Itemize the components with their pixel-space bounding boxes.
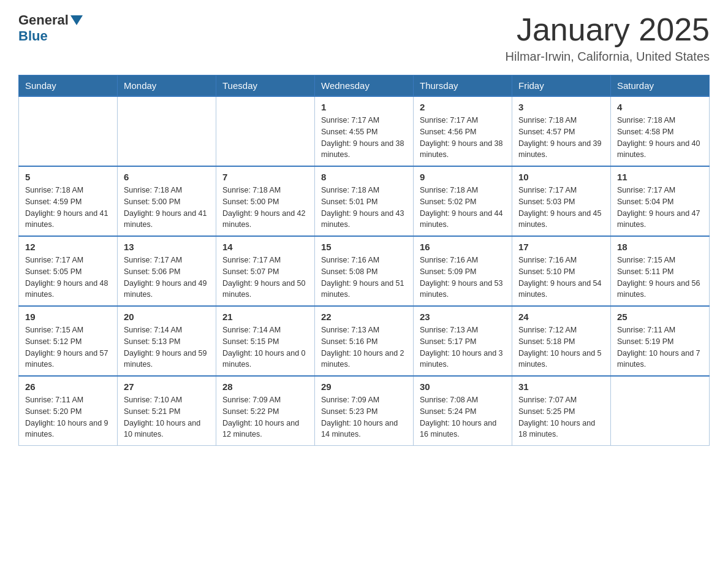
calendar-day-cell [611, 376, 710, 446]
day-number: 31 [518, 381, 604, 392]
day-number: 9 [420, 172, 506, 182]
calendar-day-cell: 27Sunrise: 7:10 AM Sunset: 5:21 PM Dayli… [118, 376, 216, 446]
day-info: Sunrise: 7:18 AM Sunset: 5:00 PM Dayligh… [124, 185, 210, 231]
day-number: 29 [321, 381, 407, 392]
logo-blue: Blue [18, 28, 48, 44]
calendar-day-cell: 13Sunrise: 7:17 AM Sunset: 5:06 PM Dayli… [118, 236, 216, 306]
day-number: 1 [321, 102, 407, 112]
calendar-day-cell: 26Sunrise: 7:11 AM Sunset: 5:20 PM Dayli… [19, 376, 118, 446]
calendar-day-cell: 16Sunrise: 7:16 AM Sunset: 5:09 PM Dayli… [414, 236, 512, 306]
calendar-day-cell: 24Sunrise: 7:12 AM Sunset: 5:18 PM Dayli… [512, 306, 611, 376]
day-info: Sunrise: 7:11 AM Sunset: 5:20 PM Dayligh… [25, 394, 111, 440]
day-number: 2 [420, 102, 506, 112]
calendar-day-cell: 9Sunrise: 7:18 AM Sunset: 5:02 PM Daylig… [414, 166, 512, 236]
calendar-header-row: SundayMondayTuesdayWednesdayThursdayFrid… [19, 75, 710, 97]
calendar-week-row: 26Sunrise: 7:11 AM Sunset: 5:20 PM Dayli… [19, 376, 710, 446]
calendar-day-cell: 1Sunrise: 7:17 AM Sunset: 4:55 PM Daylig… [315, 96, 414, 166]
day-info: Sunrise: 7:15 AM Sunset: 5:11 PM Dayligh… [617, 255, 703, 301]
day-info: Sunrise: 7:17 AM Sunset: 5:06 PM Dayligh… [124, 255, 210, 301]
calendar-day-cell: 15Sunrise: 7:16 AM Sunset: 5:08 PM Dayli… [315, 236, 414, 306]
day-info: Sunrise: 7:17 AM Sunset: 5:07 PM Dayligh… [222, 255, 308, 301]
calendar-body: 1Sunrise: 7:17 AM Sunset: 4:55 PM Daylig… [19, 96, 710, 446]
day-info: Sunrise: 7:14 AM Sunset: 5:15 PM Dayligh… [222, 324, 308, 370]
day-info: Sunrise: 7:16 AM Sunset: 5:09 PM Dayligh… [420, 255, 506, 301]
day-info: Sunrise: 7:09 AM Sunset: 5:23 PM Dayligh… [321, 394, 407, 440]
day-info: Sunrise: 7:17 AM Sunset: 4:55 PM Dayligh… [321, 115, 407, 161]
day-number: 3 [518, 102, 604, 112]
logo: General Blue [18, 12, 85, 44]
calendar-day-header: Saturday [611, 75, 710, 97]
day-info: Sunrise: 7:11 AM Sunset: 5:19 PM Dayligh… [617, 324, 703, 370]
day-info: Sunrise: 7:13 AM Sunset: 5:17 PM Dayligh… [420, 324, 506, 370]
day-number: 18 [617, 242, 703, 252]
calendar-day-cell: 19Sunrise: 7:15 AM Sunset: 5:12 PM Dayli… [19, 306, 118, 376]
day-number: 8 [321, 172, 407, 182]
day-number: 10 [518, 172, 604, 182]
calendar-week-row: 1Sunrise: 7:17 AM Sunset: 4:55 PM Daylig… [19, 96, 710, 166]
day-info: Sunrise: 7:18 AM Sunset: 5:01 PM Dayligh… [321, 185, 407, 231]
day-number: 24 [518, 312, 604, 322]
location-title: Hilmar-Irwin, California, United States [506, 50, 710, 64]
calendar-day-cell: 4Sunrise: 7:18 AM Sunset: 4:58 PM Daylig… [611, 96, 710, 166]
calendar-day-cell: 3Sunrise: 7:18 AM Sunset: 4:57 PM Daylig… [512, 96, 611, 166]
calendar-day-cell [19, 96, 118, 166]
day-number: 21 [222, 312, 308, 322]
calendar-day-cell: 6Sunrise: 7:18 AM Sunset: 5:00 PM Daylig… [118, 166, 216, 236]
day-number: 28 [222, 381, 308, 392]
calendar-day-cell [118, 96, 216, 166]
logo-triangle-icon [70, 15, 83, 25]
calendar-table: SundayMondayTuesdayWednesdayThursdayFrid… [18, 75, 710, 446]
day-info: Sunrise: 7:18 AM Sunset: 5:02 PM Dayligh… [420, 185, 506, 231]
calendar-day-cell: 31Sunrise: 7:07 AM Sunset: 5:25 PM Dayli… [512, 376, 611, 446]
day-number: 14 [222, 242, 308, 252]
day-info: Sunrise: 7:18 AM Sunset: 5:00 PM Dayligh… [222, 185, 308, 231]
day-number: 19 [25, 312, 111, 322]
day-info: Sunrise: 7:14 AM Sunset: 5:13 PM Dayligh… [124, 324, 210, 370]
day-number: 27 [124, 381, 210, 392]
title-area: January 2025 Hilmar-Irwin, California, U… [506, 12, 710, 64]
calendar-day-cell: 14Sunrise: 7:17 AM Sunset: 5:07 PM Dayli… [216, 236, 315, 306]
day-info: Sunrise: 7:16 AM Sunset: 5:10 PM Dayligh… [518, 255, 604, 301]
calendar-day-header: Friday [512, 75, 611, 97]
day-number: 30 [420, 381, 506, 392]
page-header: General Blue January 2025 Hilmar-Irwin, … [18, 12, 710, 64]
calendar-week-row: 19Sunrise: 7:15 AM Sunset: 5:12 PM Dayli… [19, 306, 710, 376]
calendar-day-cell: 10Sunrise: 7:17 AM Sunset: 5:03 PM Dayli… [512, 166, 611, 236]
calendar-day-cell: 20Sunrise: 7:14 AM Sunset: 5:13 PM Dayli… [118, 306, 216, 376]
day-number: 17 [518, 242, 604, 252]
day-info: Sunrise: 7:16 AM Sunset: 5:08 PM Dayligh… [321, 255, 407, 301]
calendar-day-cell: 17Sunrise: 7:16 AM Sunset: 5:10 PM Dayli… [512, 236, 611, 306]
calendar-day-header: Sunday [19, 75, 118, 97]
day-info: Sunrise: 7:12 AM Sunset: 5:18 PM Dayligh… [518, 324, 604, 370]
day-number: 13 [124, 242, 210, 252]
day-info: Sunrise: 7:18 AM Sunset: 4:59 PM Dayligh… [25, 185, 111, 231]
calendar-week-row: 12Sunrise: 7:17 AM Sunset: 5:05 PM Dayli… [19, 236, 710, 306]
day-info: Sunrise: 7:18 AM Sunset: 4:58 PM Dayligh… [617, 115, 703, 161]
calendar-day-header: Thursday [414, 75, 512, 97]
calendar-day-header: Wednesday [315, 75, 414, 97]
calendar-day-cell: 25Sunrise: 7:11 AM Sunset: 5:19 PM Dayli… [611, 306, 710, 376]
day-info: Sunrise: 7:17 AM Sunset: 5:03 PM Dayligh… [518, 185, 604, 231]
month-title: January 2025 [506, 12, 710, 47]
day-number: 15 [321, 242, 407, 252]
day-number: 20 [124, 312, 210, 322]
day-info: Sunrise: 7:15 AM Sunset: 5:12 PM Dayligh… [25, 324, 111, 370]
calendar-day-cell: 21Sunrise: 7:14 AM Sunset: 5:15 PM Dayli… [216, 306, 315, 376]
logo-general: General [18, 12, 69, 28]
calendar-day-cell: 11Sunrise: 7:17 AM Sunset: 5:04 PM Dayli… [611, 166, 710, 236]
day-info: Sunrise: 7:17 AM Sunset: 5:05 PM Dayligh… [25, 255, 111, 301]
day-info: Sunrise: 7:09 AM Sunset: 5:22 PM Dayligh… [222, 394, 308, 440]
day-number: 6 [124, 172, 210, 182]
day-number: 16 [420, 242, 506, 252]
day-info: Sunrise: 7:17 AM Sunset: 4:56 PM Dayligh… [420, 115, 506, 161]
calendar-day-cell: 8Sunrise: 7:18 AM Sunset: 5:01 PM Daylig… [315, 166, 414, 236]
calendar-day-cell: 30Sunrise: 7:08 AM Sunset: 5:24 PM Dayli… [414, 376, 512, 446]
calendar-week-row: 5Sunrise: 7:18 AM Sunset: 4:59 PM Daylig… [19, 166, 710, 236]
day-info: Sunrise: 7:07 AM Sunset: 5:25 PM Dayligh… [518, 394, 604, 440]
day-number: 4 [617, 102, 703, 112]
day-number: 12 [25, 242, 111, 252]
day-number: 25 [617, 312, 703, 322]
calendar-day-cell: 23Sunrise: 7:13 AM Sunset: 5:17 PM Dayli… [414, 306, 512, 376]
day-info: Sunrise: 7:17 AM Sunset: 5:04 PM Dayligh… [617, 185, 703, 231]
day-info: Sunrise: 7:08 AM Sunset: 5:24 PM Dayligh… [420, 394, 506, 440]
